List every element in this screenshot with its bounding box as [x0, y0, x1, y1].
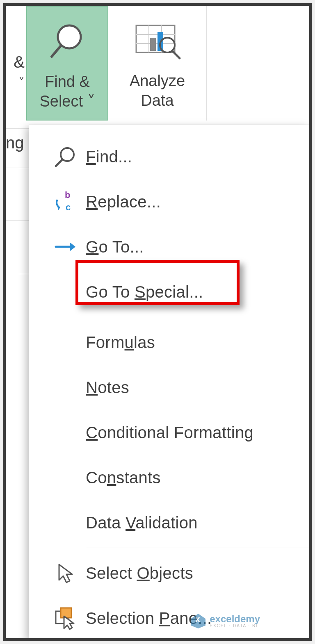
- svg-text:b: b: [65, 190, 70, 200]
- svg-text:c: c: [66, 202, 71, 212]
- menu-item-replace[interactable]: b c Replace...: [29, 179, 309, 224]
- menu-item-formulas[interactable]: Formulas: [29, 320, 309, 365]
- magnifier-icon: [47, 12, 88, 70]
- ribbon-group-label-partial: ng: [6, 134, 24, 152]
- ribbon: & ˅ Find & Select ˅: [6, 6, 309, 129]
- find-select-label: Find & Select ˅: [39, 72, 95, 111]
- menu-item-select-objects[interactable]: Select Objects: [29, 551, 309, 596]
- svg-marker-17: [70, 242, 75, 251]
- menu-label: Find...: [86, 148, 132, 166]
- selection-pane-icon: [45, 606, 86, 630]
- svg-rect-19: [61, 608, 71, 618]
- find-and-select-button[interactable]: Find & Select ˅: [26, 6, 108, 121]
- menu-label: Go To Special...: [86, 283, 203, 301]
- menu-item-goto[interactable]: Go To...: [29, 224, 309, 269]
- find-select-dropdown: Find... b c Replace... Go To... Go To Sp…: [29, 125, 309, 638]
- window-frame: & ˅ Find & Select ˅: [3, 3, 312, 641]
- menu-label: Replace...: [86, 193, 161, 211]
- menu-separator: [87, 317, 309, 317]
- analyze-data-button[interactable]: Analyze Data: [108, 6, 207, 121]
- menu-item-constants[interactable]: Constants: [29, 455, 309, 500]
- menu-item-data-validation[interactable]: Data Validation: [29, 500, 309, 545]
- menu-label: Constants: [86, 469, 161, 487]
- menu-label: Notes: [86, 378, 129, 397]
- magnifier-icon: [45, 145, 86, 168]
- partial-ampersand: &: [14, 53, 25, 71]
- svg-rect-7: [150, 38, 156, 51]
- menu-item-selection-pane[interactable]: Selection Pane...: [29, 596, 309, 641]
- arrow-right-icon: [45, 235, 86, 259]
- menu-label: Select Objects: [86, 564, 193, 583]
- menu-label: Selection Pane...: [86, 609, 212, 628]
- menu-label: Data Validation: [86, 514, 198, 532]
- menu-item-find[interactable]: Find...: [29, 134, 309, 179]
- menu-item-conditional-formatting[interactable]: Conditional Formatting: [29, 410, 309, 455]
- chevron-down-icon: ˅: [18, 75, 25, 90]
- svg-line-1: [52, 46, 61, 57]
- analyze-data-icon: [133, 11, 182, 69]
- analyze-data-label: Analyze Data: [130, 71, 185, 110]
- replace-icon: b c: [45, 190, 86, 214]
- menu-item-notes[interactable]: Notes: [29, 365, 309, 410]
- menu-label: Formulas: [86, 333, 155, 352]
- menu-label: Conditional Formatting: [86, 423, 253, 442]
- worksheet-grid-partial: [6, 168, 29, 274]
- svg-line-12: [56, 159, 62, 166]
- menu-item-goto-special[interactable]: Go To Special...: [29, 269, 309, 314]
- ribbon-partial-left-button[interactable]: & ˅: [6, 6, 26, 121]
- svg-line-10: [172, 51, 180, 58]
- menu-label: Go To...: [86, 238, 144, 256]
- cursor-icon: [45, 561, 86, 585]
- menu-separator: [87, 548, 309, 548]
